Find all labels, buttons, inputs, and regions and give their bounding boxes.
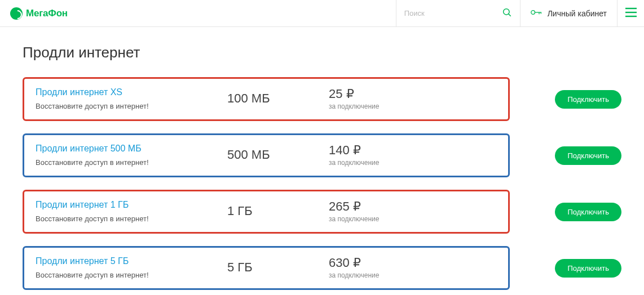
plan-price-note: за подключение xyxy=(329,271,379,279)
search-box xyxy=(396,0,520,27)
brand-name: МегаФон xyxy=(26,8,68,19)
plan-description: Восстановите доступ в интернет! xyxy=(36,214,227,223)
plan-volume: 100 МБ xyxy=(227,91,329,106)
plan-description: Восстановите доступ в интернет! xyxy=(36,271,227,279)
content: Продли интернет Продли интернет XSВосста… xyxy=(0,27,644,295)
plan-card: Продли интернет XSВосстановите доступ в … xyxy=(23,77,510,121)
plan-row: Продли интернет 500 МБВосстановите досту… xyxy=(23,133,621,177)
plan-row: Продли интернет 1 ГБВосстановите доступ … xyxy=(23,190,621,234)
plan-price: 140 ₽ xyxy=(329,143,379,158)
plans-list: Продли интернет XSВосстановите доступ в … xyxy=(23,77,621,290)
plan-price-note: за подключение xyxy=(329,102,379,110)
connect-button[interactable]: Подключить xyxy=(555,203,621,221)
page-title: Продли интернет xyxy=(23,44,621,61)
header: МегаФон Личный кабинет xyxy=(0,0,644,27)
svg-point-2 xyxy=(531,10,535,14)
plan-price-note: за подключение xyxy=(329,159,379,167)
menu-button[interactable] xyxy=(617,0,644,27)
plan-volume: 1 ГБ xyxy=(227,204,329,218)
plan-price-note: за подключение xyxy=(329,215,379,223)
plan-description: Восстановите доступ в интернет! xyxy=(36,102,227,110)
plan-card: Продли интернет 500 МБВосстановите досту… xyxy=(23,133,510,177)
plan-price: 265 ₽ xyxy=(329,199,379,214)
hamburger-icon xyxy=(625,7,637,20)
plan-description: Восстановите доступ в интернет! xyxy=(36,158,227,167)
connect-button[interactable]: Подключить xyxy=(555,259,621,278)
brand-logo[interactable]: МегаФон xyxy=(10,7,68,20)
plan-name-link[interactable]: Продли интернет 5 ГБ xyxy=(36,256,129,266)
plan-volume: 5 ГБ xyxy=(227,260,329,275)
connect-button[interactable]: Подключить xyxy=(555,146,621,165)
plan-name-link[interactable]: Продли интернет XS xyxy=(36,87,122,97)
svg-line-1 xyxy=(508,14,510,16)
plan-price: 25 ₽ xyxy=(329,87,379,101)
plan-row: Продли интернет 5 ГБВосстановите доступ … xyxy=(23,246,621,290)
cabinet-label: Личный кабинет xyxy=(548,9,607,18)
megafon-logo-icon xyxy=(10,7,23,20)
plan-name-link[interactable]: Продли интернет 1 ГБ xyxy=(36,200,129,209)
plan-volume: 500 МБ xyxy=(227,148,329,162)
plan-row: Продли интернет XSВосстановите доступ в … xyxy=(23,77,621,121)
search-icon[interactable] xyxy=(502,7,512,20)
plan-card: Продли интернет 5 ГБВосстановите доступ … xyxy=(23,246,510,290)
plan-price: 630 ₽ xyxy=(329,256,379,270)
personal-cabinet-link[interactable]: Личный кабинет xyxy=(520,0,617,27)
svg-point-0 xyxy=(503,8,509,15)
connect-button[interactable]: Подключить xyxy=(555,90,621,109)
key-icon xyxy=(531,8,542,19)
search-input[interactable] xyxy=(404,9,502,17)
plan-name-link[interactable]: Продли интернет 500 МБ xyxy=(36,144,142,153)
plan-card: Продли интернет 1 ГБВосстановите доступ … xyxy=(23,190,510,234)
